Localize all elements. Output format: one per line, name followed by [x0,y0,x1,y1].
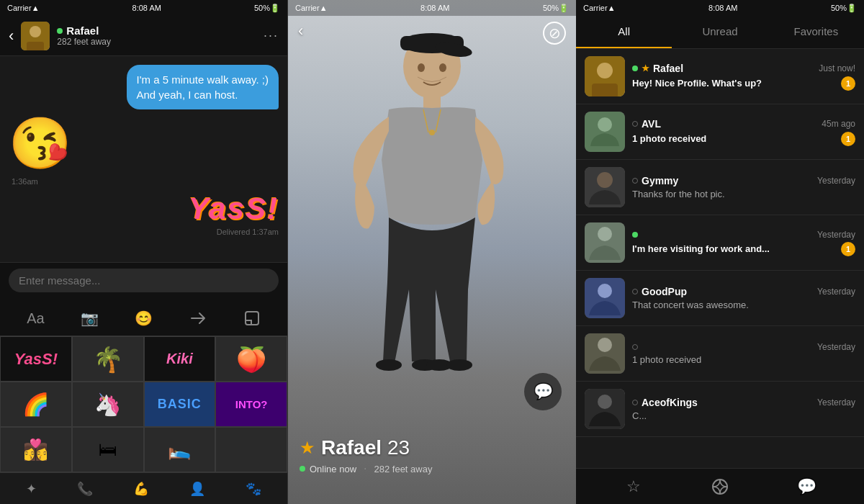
conversation-username [632,232,638,238]
send-button[interactable] [185,305,211,331]
conversation-header: Gymmy Yesterday [632,175,855,186]
profile-back-button[interactable]: ‹ [298,22,303,40]
tab-unread[interactable]: Unread [672,16,768,48]
conversation-content: Gymmy Yesterday Thanks for the hot pic. [632,175,855,199]
back-button[interactable]: ‹ [9,27,14,45]
message-input[interactable] [19,274,269,287]
svg-point-20 [597,63,613,78]
message-bubble-sent: I'm a 5 minute walk away. ;)And yeah, I … [127,65,279,109]
conversation-preview: Thanks for the hot pic. [632,189,855,199]
conversation-content: ★ Rafael Just now! Hey! Nice Profile. Wh… [632,63,855,91]
profile-name: Rafael [321,436,382,459]
conversation-content: AVL 45m ago 1 photo received 1 [632,118,855,146]
more-options-button[interactable]: ··· [264,28,279,43]
offline-indicator [632,344,638,350]
contact-name: Rafael [57,24,264,37]
profile-info: ★ Rafael 23 Online now · 282 feet away [300,436,432,475]
contact-info: Rafael 282 feet away [57,24,264,47]
svg-point-29 [598,284,612,298]
svg-rect-9 [423,94,441,109]
conversation-item[interactable]: Gymmy Yesterday Thanks for the hot pic. [576,160,864,215]
conversation-username: GoodPup [632,286,687,297]
bottom-navigation: ☆ 💬 [576,468,864,504]
sticker-bunk[interactable]: 🛏 [72,427,144,472]
messages-nav-button[interactable]: 💬 [763,477,850,496]
conversation-item[interactable]: ★ Rafael Just now! Hey! Nice Profile. Wh… [576,49,864,104]
chat-panel: Carrier ▲ 8:08 AM 50% 🔋 ‹ Rafael 282 fee… [0,0,288,504]
conversation-time: Just now! [819,63,855,73]
svg-rect-2 [27,42,44,50]
conversation-preview: Hey! Nice Profile. What's up? 1 [632,76,855,91]
sticker-blank [215,427,287,472]
conversation-time: Yesterday [817,230,855,240]
sticker-peach[interactable]: 🍑 [215,336,287,382]
carrier-label: Carrier [7,4,32,12]
online-indicator [57,28,63,34]
conversation-preview: That concert was awesome. [632,300,855,310]
conversation-time: Yesterday [817,397,855,408]
battery-label: 50% [254,4,270,12]
conversation-item[interactable]: Yesterday I'm here visiting for work and… [576,215,864,271]
tab-all[interactable]: All [576,16,672,48]
conversation-preview: C... [632,410,855,421]
paw-icon[interactable]: 🐾 [246,481,261,497]
sticker-into[interactable]: INTO? [215,382,287,427]
svg-point-13 [446,359,472,371]
status-bar-messages: Carrier ▲ 8:08 AM 50% 🔋 [576,0,864,16]
carrier-messages: Carrier [583,4,608,12]
sticker-girls[interactable]: 👩‍❤️‍💋‍👩 [0,427,72,472]
sticker-yass[interactable]: YasS! [0,336,72,382]
sticker-unicorn[interactable]: 🦄 [72,382,144,427]
sticker-button[interactable] [239,305,265,331]
status-bar-chat: Carrier ▲ 8:08 AM 50% 🔋 [0,0,287,16]
svg-point-17 [418,63,425,72]
avatar-goodpup [585,278,625,318]
conversation-username: ★ Rafael [632,63,683,74]
profile-status-row: Online now · 282 feet away [300,462,432,475]
profile-chat-button[interactable]: 💬 [524,373,562,410]
battery-messages: 50% [831,4,847,12]
phone-icon[interactable]: 📞 [77,481,93,497]
battery-icon: 🔋 [270,4,280,13]
emoji-button[interactable]: 😊 [131,305,157,331]
favorite-star[interactable]: ★ [300,438,315,458]
kiss-emoji: 😘 [9,118,71,168]
conversation-preview: 1 photo received 1 [632,132,855,146]
messages-panel: Carrier ▲ 8:08 AM 50% 🔋 All Unread Favor… [576,0,864,504]
grid-nav-button[interactable] [677,478,763,495]
sticker-kiki[interactable]: Kiki [144,336,216,382]
conversation-list: ★ Rafael Just now! Hey! Nice Profile. Wh… [576,49,864,468]
avatar-6 [585,333,625,374]
text-button[interactable]: Aa [23,305,49,331]
person-icon[interactable]: 👤 [189,481,205,497]
conversation-header: ★ Rafael Just now! [632,63,855,74]
muscle-icon[interactable]: 💪 [133,481,149,497]
conversation-time: Yesterday [817,176,855,186]
conversation-header: Yesterday [632,342,855,352]
tab-favorites[interactable]: Favorites [768,16,864,48]
sticker-basic[interactable]: BASIC [144,382,216,427]
favorites-nav-button[interactable]: ☆ [590,477,677,496]
profile-online-text: Online now [310,464,356,474]
svg-rect-21 [592,84,618,96]
conversation-item[interactable]: AVL 45m ago 1 photo received 1 [576,104,864,160]
sparkle-icon[interactable]: ✦ [26,481,37,497]
sticker-mattress[interactable]: 🛌 [144,427,216,472]
conversation-item[interactable]: Yesterday 1 photo received [576,326,864,382]
profile-age: 23 [387,436,410,459]
sticker-rainbow[interactable]: 🌈 [0,382,72,427]
online-indicator [632,232,638,238]
conversation-item[interactable]: AceofKings Yesterday C... [576,382,864,437]
delivered-label: Delivered 1:37am [217,228,279,236]
profile-block-button[interactable]: ⊘ [543,22,566,45]
camera-button[interactable]: 📷 [77,305,103,331]
message-tabs: All Unread Favorites [576,16,864,49]
conversation-username [632,344,638,350]
contact-distance: 282 feet away [57,37,264,47]
avatar-avl [585,112,625,152]
svg-point-27 [598,227,612,241]
sticker-palm[interactable]: 🌴 [72,336,144,382]
profile-photo [288,0,576,504]
conversation-content: Yesterday I'm here visiting for work and… [632,230,855,256]
conversation-item[interactable]: GoodPup Yesterday That concert was aweso… [576,271,864,326]
